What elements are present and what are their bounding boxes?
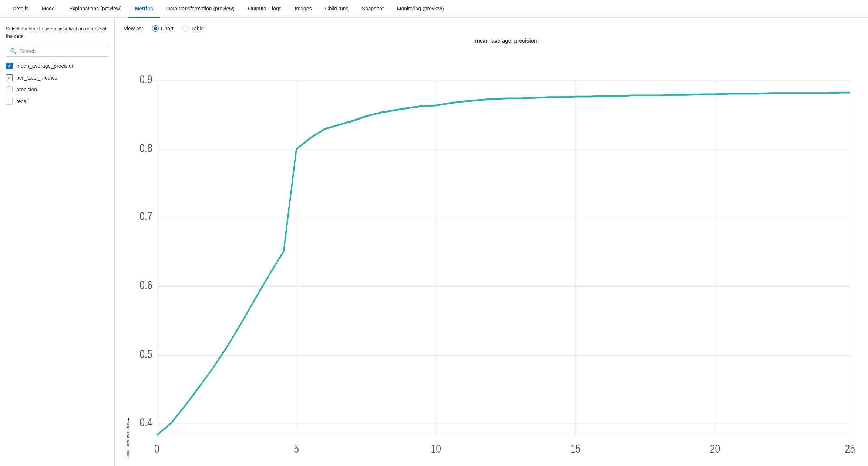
- metric-item-recall[interactable]: recall: [6, 98, 108, 105]
- search-icon: 🔍: [10, 48, 16, 54]
- svg-rect-0: [129, 47, 859, 459]
- chart-area: mean_average_precision mean_average_prec…: [124, 38, 859, 459]
- svg-text:0.7: 0.7: [139, 209, 152, 223]
- tab-details[interactable]: Details: [6, 0, 35, 18]
- checkbox-recall[interactable]: [6, 98, 13, 105]
- chart-container: mean_average_prec...: [124, 47, 859, 459]
- tab-model[interactable]: Model: [35, 0, 63, 18]
- checkbox-precision[interactable]: [6, 86, 13, 93]
- svg-text:0.4: 0.4: [139, 415, 152, 429]
- metric-label-recall: recall: [16, 98, 28, 104]
- top-nav: Details Model Explanations (preview) Met…: [0, 0, 868, 18]
- svg-text:0.6: 0.6: [139, 278, 152, 292]
- metric-item-precision[interactable]: precision: [6, 86, 108, 93]
- tab-explanations[interactable]: Explanations (preview): [63, 0, 128, 18]
- radio-circle-table: [182, 25, 189, 32]
- radio-label-chart: Chart: [161, 26, 174, 31]
- search-box[interactable]: 🔍: [6, 46, 108, 57]
- tab-data-transformation[interactable]: Data transformation (preview): [160, 0, 241, 18]
- metric-item-mean-average-precision[interactable]: mean_average_precision: [6, 63, 108, 69]
- radio-circle-chart: [152, 25, 159, 32]
- tab-snapshot[interactable]: Snapshot: [355, 0, 390, 18]
- view-as-row: View as: Chart Table: [124, 25, 859, 32]
- chart-svg: 0.9 0.8 0.7 0.6 0.5 0.4 0 5 10 15 20 25: [129, 47, 859, 459]
- svg-text:15: 15: [571, 442, 581, 455]
- svg-text:10: 10: [431, 442, 441, 455]
- radio-table[interactable]: Table: [182, 25, 203, 32]
- svg-text:20: 20: [710, 442, 720, 455]
- metric-label-precision: precision: [16, 87, 37, 93]
- metric-label-mean-average-precision: mean_average_precision: [16, 63, 74, 69]
- tab-outputs-logs[interactable]: Outputs + logs: [241, 0, 288, 18]
- svg-text:0.5: 0.5: [139, 347, 152, 361]
- checkbox-per-label-metrics[interactable]: [6, 74, 13, 81]
- tab-child-runs[interactable]: Child runs: [319, 0, 355, 18]
- radio-chart[interactable]: Chart: [152, 25, 174, 32]
- main-layout: Select a metric to see a visualization o…: [0, 18, 868, 466]
- svg-text:0: 0: [154, 442, 159, 455]
- sidebar-description: Select a metric to see a visualization o…: [6, 25, 108, 40]
- svg-text:0.9: 0.9: [139, 73, 152, 86]
- view-as-label: View as:: [124, 26, 143, 31]
- metric-list: mean_average_precision per_label_metrics…: [6, 63, 108, 105]
- tab-metrics[interactable]: Metrics: [128, 0, 160, 18]
- chart-title: mean_average_precision: [475, 38, 537, 44]
- radio-label-table: Table: [191, 26, 203, 31]
- metric-label-per-label-metrics: per_label_metrics: [16, 75, 57, 81]
- y-axis-label: mean_average_prec...: [124, 47, 129, 459]
- svg-text:5: 5: [294, 442, 299, 455]
- chart-svg-wrapper: 0.9 0.8 0.7 0.6 0.5 0.4 0 5 10 15 20 25: [129, 47, 859, 459]
- svg-text:25: 25: [845, 442, 855, 455]
- content-area: View as: Chart Table mean_average_precis…: [115, 18, 868, 466]
- metric-item-per-label-metrics[interactable]: per_label_metrics: [6, 74, 108, 81]
- tab-monitoring[interactable]: Monitoring (preview): [390, 0, 451, 18]
- checkbox-mean-average-precision[interactable]: [6, 63, 13, 69]
- search-input[interactable]: [19, 48, 104, 54]
- tab-images[interactable]: Images: [288, 0, 319, 18]
- sidebar: Select a metric to see a visualization o…: [0, 18, 115, 466]
- svg-text:0.8: 0.8: [139, 141, 152, 155]
